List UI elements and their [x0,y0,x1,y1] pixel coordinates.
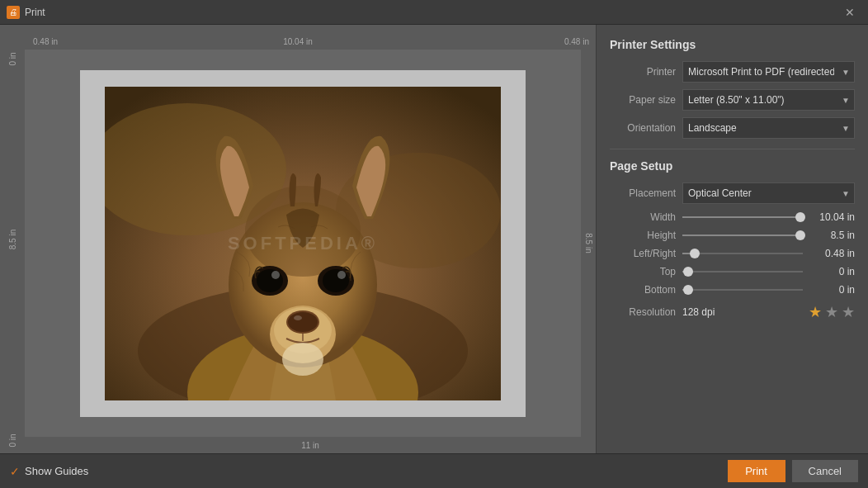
printer-settings-title: Printer Settings [610,38,855,51]
top-label: Top [610,266,676,277]
bottom-value: 0 in [809,284,855,296]
paper-size-select[interactable]: Letter (8.50" x 11.00") [682,89,855,111]
width-row: Width 10.04 in [610,211,855,224]
ruler-bottom: 11 in [25,437,596,453]
main-content: 0.48 in 10.04 in 0.48 in 0 in 8.5 in 0 i… [0,25,868,453]
paper-sheet: SOFTPEDIA® [80,70,526,417]
bottom-buttons: Print Cancel [728,460,858,482]
placement-dropdown-wrapper: Optical Center ▼ [682,182,855,204]
ruler-right: 8.5 in [581,50,596,437]
page-setup-section: Page Setup Placement Optical Center ▼ Wi… [610,159,855,321]
ruler-top-center: 10.04 in [283,37,313,46]
top-row: Top 0 in [610,265,855,278]
page-setup-title: Page Setup [610,159,855,173]
width-value: 10.04 in [809,211,855,223]
orientation-label: Orientation [610,122,676,134]
ruler-left: 0 in 8.5 in 0 in [0,25,25,453]
star-1: ★ [809,303,822,321]
close-button[interactable]: ✕ [838,1,861,24]
top-value: 0 in [809,266,855,277]
leftright-slider-container[interactable] [682,247,803,260]
svg-point-8 [257,269,283,292]
star-3: ★ [842,303,855,321]
bottom-slider-container[interactable] [682,283,803,296]
section-divider [610,149,855,149]
orientation-select[interactable]: Landscape [682,117,855,139]
paper-size-label: Paper size [610,94,676,106]
printer-select[interactable]: Microsoft Print to PDF (redirected 2) [682,61,855,83]
printer-dropdown-wrapper: Microsoft Print to PDF (redirected 2) ▼ [682,61,855,83]
width-label: Width [610,211,676,223]
svg-point-16 [288,312,318,332]
leftright-value: 0.48 in [809,248,855,259]
resolution-row: Resolution 128 dpi ★ ★ ★ [610,303,855,321]
ruler-left-middle: 8.5 in [8,229,17,249]
ruler-top-right: 0.48 in [564,37,589,46]
leftright-slider-thumb[interactable] [690,249,700,258]
orientation-dropdown-wrapper: Landscape ▼ [682,117,855,139]
app-icon: 🖨 [7,6,20,19]
paper-size-dropdown-wrapper: Letter (8.50" x 11.00") ▼ [682,89,855,111]
ruler-top-left: 0.48 in [33,37,58,46]
height-slider-container[interactable] [682,229,803,242]
deer-photo [105,87,501,400]
bottom-slider-thumb[interactable] [683,285,693,295]
height-label: Height [610,230,676,241]
settings-panel: Printer Settings Printer Microsoft Print… [596,25,868,453]
width-slider-container[interactable] [682,211,803,224]
printer-row: Printer Microsoft Print to PDF (redirect… [610,61,855,83]
svg-point-9 [271,271,280,279]
quality-stars: ★ ★ ★ [809,303,855,321]
window-title: Print [25,7,838,18]
top-slider-thumb[interactable] [683,267,693,277]
ruler-left-bottom: 0 in [8,434,17,447]
top-slider-container[interactable] [682,265,803,278]
leftright-label: Left/Right [610,248,676,259]
bottom-row: Bottom 0 in [610,283,855,296]
canvas-area: SOFTPEDIA® [25,50,581,437]
svg-point-11 [323,269,349,292]
print-button[interactable]: Print [728,460,785,482]
placement-select[interactable]: Optical Center [682,182,855,204]
show-guides-check: ✓ [10,465,20,478]
show-guides-label: Show Guides [25,465,88,477]
star-2: ★ [825,303,838,321]
paper-size-row: Paper size Letter (8.50" x 11.00") ▼ [610,89,855,111]
orientation-row: Orientation Landscape ▼ [610,117,855,139]
resolution-value: 128 dpi [682,306,715,318]
svg-point-17 [294,315,302,320]
height-slider-thumb[interactable] [795,230,805,240]
bottom-label: Bottom [610,284,676,296]
leftright-row: Left/Right 0.48 in [610,247,855,260]
title-bar: 🖨 Print ✕ [0,0,868,25]
ruler-bottom-center: 11 in [301,441,319,450]
cancel-button[interactable]: Cancel [792,460,858,482]
height-row: Height 8.5 in [610,229,855,242]
svg-point-19 [282,343,323,376]
placement-row: Placement Optical Center ▼ [610,182,855,204]
bottom-bar: ✓ Show Guides Print Cancel [0,453,868,488]
height-value: 8.5 in [809,230,855,241]
show-guides-container[interactable]: ✓ Show Guides [10,465,88,478]
width-slider-thumb[interactable] [795,212,805,222]
printer-label: Printer [610,66,676,78]
resolution-label: Resolution [610,306,676,318]
photo-container [105,87,501,400]
preview-area: 0.48 in 10.04 in 0.48 in 0 in 8.5 in 0 i… [0,25,596,453]
svg-point-12 [337,271,346,279]
placement-label: Placement [610,187,676,199]
ruler-top: 0.48 in 10.04 in 0.48 in [0,25,596,50]
printer-settings-section: Printer Settings Printer Microsoft Print… [610,38,855,139]
ruler-right-middle: 8.5 in [584,233,593,253]
ruler-left-top: 0 in [8,52,17,65]
